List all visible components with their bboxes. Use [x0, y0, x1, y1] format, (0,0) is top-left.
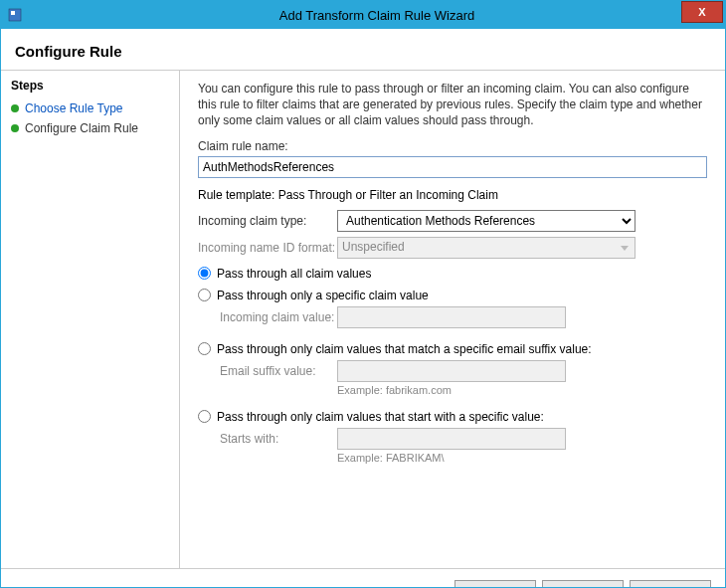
incoming-format-select: Unspecified: [337, 237, 635, 259]
step-current-icon: [11, 124, 19, 132]
radio-pass-starts-label: Pass through only claim values that star…: [217, 410, 544, 424]
radio-pass-all-input[interactable]: [198, 267, 211, 280]
email-value-label: Email suffix value:: [220, 364, 337, 378]
close-button[interactable]: X: [681, 1, 723, 23]
radio-pass-specific-label: Pass through only a specific claim value: [217, 289, 429, 302]
close-icon: X: [698, 6, 705, 18]
step-label: Choose Rule Type: [25, 101, 123, 115]
incoming-type-label: Incoming claim type:: [198, 214, 337, 228]
main-panel: You can configure this rule to pass thro…: [180, 71, 725, 568]
finish-button[interactable]: Finish: [542, 580, 624, 589]
incoming-type-select[interactable]: Authentication Methods References: [337, 210, 635, 232]
step-configure-claim-rule: Configure Claim Rule: [11, 118, 169, 138]
app-icon: [7, 7, 23, 23]
radio-pass-specific-input[interactable]: [198, 289, 211, 301]
rule-name-input[interactable]: [198, 156, 707, 178]
cancel-button[interactable]: Cancel: [630, 580, 711, 589]
title-bar: Add Transform Claim Rule Wizard X: [1, 1, 725, 29]
starts-value-label: Starts with:: [220, 432, 337, 446]
starts-value-input: [337, 428, 566, 450]
wizard-footer: < Previous Finish Cancel: [1, 568, 725, 588]
step-choose-rule-type[interactable]: Choose Rule Type: [11, 98, 169, 118]
rule-name-label: Claim rule name:: [198, 139, 707, 153]
steps-sidebar: Steps Choose Rule Type Configure Claim R…: [1, 71, 180, 568]
radio-pass-email-label: Pass through only claim values that matc…: [217, 342, 592, 356]
steps-heading: Steps: [11, 79, 169, 93]
radio-pass-specific[interactable]: Pass through only a specific claim value: [198, 289, 707, 302]
page-title: Configure Rule: [15, 43, 711, 60]
description-text: You can configure this rule to pass thro…: [198, 81, 707, 129]
email-value-input: [337, 360, 566, 382]
previous-button[interactable]: < Previous: [454, 580, 536, 589]
starts-example: Example: FABRIKAM\: [337, 452, 707, 464]
claim-value-label: Incoming claim value:: [220, 310, 337, 324]
email-example: Example: fabrikam.com: [337, 384, 707, 396]
incoming-format-label: Incoming name ID format:: [198, 241, 337, 255]
radio-pass-all[interactable]: Pass through all claim values: [198, 267, 707, 281]
radio-pass-starts-input[interactable]: [198, 410, 211, 423]
radio-pass-all-label: Pass through all claim values: [217, 267, 371, 281]
radio-pass-email-input[interactable]: [198, 342, 211, 355]
rule-template-text: Rule template: Pass Through or Filter an…: [198, 188, 707, 202]
claim-value-input: [337, 306, 566, 328]
radio-pass-email[interactable]: Pass through only claim values that matc…: [198, 342, 707, 356]
radio-pass-starts[interactable]: Pass through only claim values that star…: [198, 410, 707, 424]
svg-rect-1: [11, 11, 15, 15]
wizard-header: Configure Rule: [1, 29, 725, 71]
window-title: Add Transform Claim Rule Wizard: [29, 8, 725, 23]
step-label: Configure Claim Rule: [25, 121, 138, 135]
step-done-icon: [11, 104, 19, 112]
